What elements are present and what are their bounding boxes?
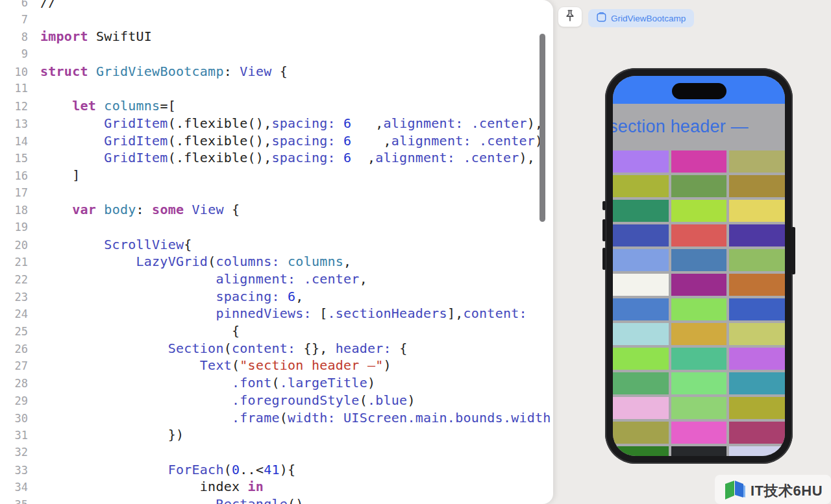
line-number: 25 <box>0 323 28 341</box>
line-number: 19 <box>0 219 28 236</box>
grid-cell <box>671 298 727 320</box>
grid-cell <box>613 348 669 370</box>
code-line: 14 GridItem(.flexible(),spacing: 6 ,alig… <box>0 132 553 150</box>
code-line: 22 alignment: .center, <box>0 270 553 288</box>
code-text: import SwiftUI <box>40 28 152 45</box>
grid-cell <box>671 175 727 197</box>
grid-cell <box>671 372 727 394</box>
code-text: Rectangle() <box>40 496 304 504</box>
grid-cell <box>729 200 785 222</box>
phone-power-button <box>791 227 795 274</box>
grid-cell <box>729 397 785 419</box>
grid-cell <box>613 224 669 246</box>
tab-label: GridViewBootcamp <box>611 14 686 23</box>
section-header-text: section header — <box>613 117 749 137</box>
pin-button[interactable] <box>558 6 582 27</box>
code-text: .frame(width: UIScreen.main.bounds.width <box>40 409 551 427</box>
code-line: 34 index in <box>0 478 553 496</box>
grid-cell <box>729 446 785 456</box>
code-line: 10struct GridViewBootcamp: View { <box>0 63 553 80</box>
code-text: Text("section header —") <box>40 357 391 374</box>
grid-cell <box>729 372 785 394</box>
code-text: let columns=[ <box>40 97 176 115</box>
code-line: 18 var body: some View { <box>0 201 553 219</box>
iphone-screen: section header — <box>613 76 785 456</box>
grid-cell <box>729 348 785 370</box>
code-text: LazyVGrid(columns: columns, <box>40 253 351 270</box>
line-number: 34 <box>0 479 28 496</box>
grid-cell <box>613 422 669 444</box>
code-line: 27 Text("section header —") <box>0 357 553 374</box>
grid-cell <box>729 298 785 320</box>
code-text: // <box>40 0 56 11</box>
line-number: 17 <box>0 184 28 202</box>
grid-cell <box>729 224 785 246</box>
line-number: 10 <box>0 64 28 81</box>
grid-cell <box>729 422 785 444</box>
line-number: 14 <box>0 133 28 150</box>
app-icon <box>597 12 606 25</box>
grid-cell <box>613 249 669 271</box>
line-number: 31 <box>0 427 28 444</box>
code-line: 15 GridItem(.flexible(),spacing: 6 ,alig… <box>0 149 553 167</box>
code-line: 24 pinnedViews: [.sectionHeaders],conten… <box>0 305 553 322</box>
code-text: struct GridViewBootcamp: View { <box>40 63 288 80</box>
code-text: Section(content: {}, header: { <box>40 340 407 357</box>
code-line: 9 <box>0 45 553 63</box>
grid-cell <box>613 397 669 419</box>
grid-cell <box>613 323 669 345</box>
code-line: 26 Section(content: {}, header: { <box>0 340 553 357</box>
grid-cell <box>671 323 727 345</box>
phone-mute-switch <box>602 201 606 210</box>
phone-volume-up-button <box>602 219 606 241</box>
code-line: 20 ScrollView{ <box>0 236 553 254</box>
code-line: 31 }) <box>0 426 553 444</box>
line-number: 21 <box>0 254 28 271</box>
grid-cell <box>671 348 727 370</box>
line-number: 33 <box>0 462 28 479</box>
code-text: index in <box>40 478 264 496</box>
code-line: 21 LazyVGrid(columns: columns, <box>0 253 553 270</box>
grid-cell <box>613 274 669 296</box>
code-line: 16 ] <box>0 167 553 184</box>
code-text: spacing: 6, <box>40 288 304 306</box>
line-number: 15 <box>0 150 28 167</box>
line-number: 12 <box>0 98 28 115</box>
tab-gridviewbootcamp[interactable]: GridViewBootcamp <box>588 9 694 27</box>
line-number: 23 <box>0 289 28 306</box>
grid-cell <box>613 175 669 197</box>
open-book-logo-icon <box>723 478 747 504</box>
grid-cell <box>729 175 785 197</box>
code-line: 30 .frame(width: UIScreen.main.bounds.wi… <box>0 409 553 427</box>
line-number: 18 <box>0 202 28 219</box>
code-text: GridItem(.flexible(),spacing: 6 ,alignme… <box>40 132 543 150</box>
grid-cell <box>671 200 727 222</box>
watermark: IT技术6HU <box>723 478 823 504</box>
grid-cell <box>671 150 727 173</box>
line-number: 24 <box>0 306 28 323</box>
code-text: ForEach(0..<41){ <box>40 461 295 479</box>
grid-cell <box>613 150 669 173</box>
line-number: 26 <box>0 341 28 358</box>
line-number: 9 <box>0 45 28 63</box>
grid-cell <box>729 249 785 271</box>
line-number: 28 <box>0 375 28 392</box>
grid-cell <box>671 446 727 456</box>
line-number: 32 <box>0 444 28 461</box>
line-number: 11 <box>0 80 28 97</box>
grid-cell <box>613 200 669 222</box>
editor-scrollbar-thumb[interactable] <box>540 34 545 222</box>
pushpin-icon <box>563 8 577 25</box>
code-line: 11 <box>0 80 553 97</box>
line-number: 7 <box>0 11 28 29</box>
code-text: }) <box>40 426 184 444</box>
grid-cell <box>671 224 727 246</box>
code-text: { <box>40 322 240 340</box>
grid-cell <box>671 274 727 296</box>
line-number: 16 <box>0 167 28 185</box>
code-line: 23 spacing: 6, <box>0 288 553 306</box>
code-text: pinnedViews: [.sectionHeaders],content: <box>40 305 527 322</box>
code-line: 32 <box>0 444 553 461</box>
code-editor[interactable]: 6//78import SwiftUI910struct GridViewBoo… <box>0 0 553 504</box>
code-line: 13 GridItem(.flexible(),spacing: 6 ,alig… <box>0 115 553 132</box>
